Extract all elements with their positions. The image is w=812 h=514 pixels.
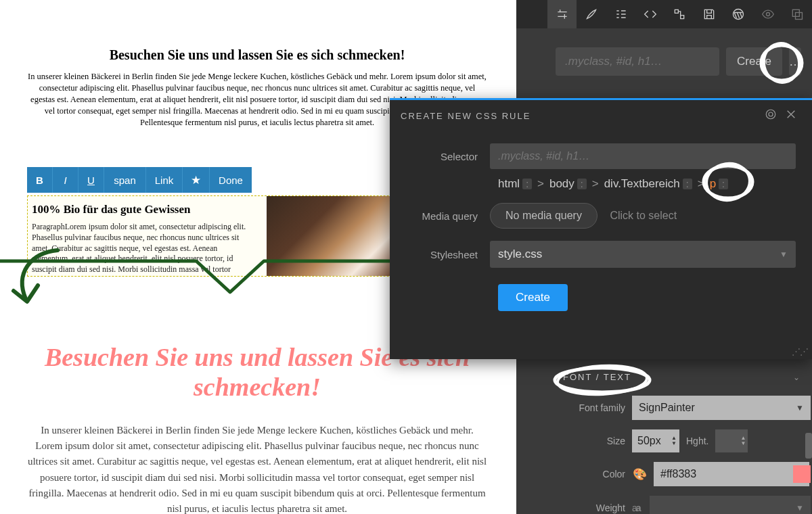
color-swatch[interactable] xyxy=(793,465,811,483)
done-button[interactable]: Done xyxy=(210,167,252,193)
size-down-icon[interactable]: ▼ xyxy=(671,441,677,446)
line-height-input[interactable]: ▲▼ xyxy=(715,429,748,452)
weight-select[interactable]: ▼ xyxy=(650,496,811,514)
tree-icon[interactable] xyxy=(665,0,694,28)
svg-rect-3 xyxy=(796,13,803,20)
stylesheet-select[interactable]: style.css ▼ xyxy=(490,241,796,268)
font-text-section: FONT / TEXT ⌄ Font family SignPainter ▼ … xyxy=(554,368,811,514)
panel-iconbar xyxy=(516,0,812,28)
svg-point-7 xyxy=(769,112,773,116)
font-text-title: FONT / TEXT xyxy=(563,372,631,382)
target-icon[interactable] xyxy=(761,108,781,123)
more-options-button[interactable]: … xyxy=(789,47,801,76)
link-button[interactable]: Link xyxy=(146,167,183,193)
stylesheet-value: style.css xyxy=(498,248,542,261)
font-family-label: Font family xyxy=(554,402,625,413)
selector-input[interactable] xyxy=(490,143,796,169)
crumb-div-menu[interactable]: : xyxy=(683,179,692,189)
selector-search-input[interactable] xyxy=(556,47,719,76)
palette-icon[interactable]: 🎨 xyxy=(632,467,647,482)
selector-breadcrumb: html: > body: > div.Textbereich: > p: xyxy=(498,177,796,191)
box-heading: 100% Bio für das gute Gewissen xyxy=(32,203,254,216)
crumb-html[interactable]: html xyxy=(498,177,520,191)
color-label: Color xyxy=(554,469,625,480)
svg-rect-2 xyxy=(793,9,800,16)
create-css-rule-dialog: CREATE NEW CSS RULE Selector html: > bod… xyxy=(390,98,812,359)
page-paragraph-2: In unserer kleinen Bäckerei in Berlin fi… xyxy=(27,423,487,514)
font-family-select[interactable]: SignPainter ▼ xyxy=(632,396,811,420)
underline-button[interactable]: U xyxy=(78,167,104,193)
save-icon[interactable] xyxy=(694,0,723,28)
color-input[interactable] xyxy=(654,462,809,486)
media-query-hint[interactable]: Click to select xyxy=(610,210,677,221)
bold-button[interactable]: B xyxy=(27,167,53,193)
list-icon[interactable] xyxy=(606,0,635,28)
crumb-body[interactable]: body xyxy=(549,177,574,191)
stylesheet-label: Stylesheet xyxy=(406,249,478,260)
dialog-create-button[interactable]: Create xyxy=(498,284,568,311)
wordpress-icon[interactable] xyxy=(724,0,753,28)
font-size-value: 50px xyxy=(637,435,661,447)
chevron-down-icon: ▼ xyxy=(796,403,804,413)
svg-point-6 xyxy=(766,110,775,119)
chevron-down-icon: ▼ xyxy=(780,250,788,259)
font-size-input[interactable]: 50px ▲▼ xyxy=(632,429,679,452)
line-height-label: Hght. xyxy=(686,436,708,446)
box-paragraph[interactable]: ParagraphLorem ipsum dolor sit amet, con… xyxy=(32,222,254,277)
font-text-header[interactable]: FONT / TEXT ⌄ xyxy=(554,368,811,386)
selector-label: Selector xyxy=(406,151,478,162)
svg-point-1 xyxy=(766,13,769,16)
resize-handle-icon[interactable]: ⋰⋰ xyxy=(792,346,808,356)
preview-icon[interactable] xyxy=(753,0,782,28)
dialog-title: CREATE NEW CSS RULE xyxy=(401,111,531,121)
chevron-down-icon: ⌄ xyxy=(793,373,801,382)
favorite-button[interactable]: ★ xyxy=(183,167,210,193)
crumb-div[interactable]: div.Textbereich xyxy=(604,177,680,191)
selector-create-row: Create … xyxy=(556,47,800,76)
code-icon[interactable] xyxy=(635,0,664,28)
weight-label: Weight xyxy=(554,503,625,513)
brush-icon[interactable] xyxy=(577,0,606,28)
crumb-p[interactable]: p xyxy=(710,177,716,191)
italic-button[interactable]: I xyxy=(53,167,78,193)
crumb-html-menu[interactable]: : xyxy=(522,179,532,189)
font-size-label: Size xyxy=(554,436,625,446)
crumb-p-menu[interactable]: : xyxy=(719,179,728,189)
crumb-body-menu[interactable]: : xyxy=(577,179,587,189)
settings-icon[interactable] xyxy=(547,0,577,28)
close-icon[interactable] xyxy=(781,109,801,122)
page-heading-1: Besuchen Sie uns und lassen Sie es sich … xyxy=(0,47,514,63)
create-rule-button[interactable]: Create xyxy=(726,47,782,76)
copy-icon[interactable] xyxy=(783,0,812,28)
chevron-down-icon: ▼ xyxy=(796,503,804,513)
weight-icon: aa xyxy=(632,503,640,513)
media-query-label: Media query xyxy=(406,210,478,222)
span-button[interactable]: span xyxy=(104,167,146,193)
no-media-query-button[interactable]: No media query xyxy=(490,203,597,229)
font-family-value: SignPainter xyxy=(639,402,695,414)
height-down-icon[interactable]: ▼ xyxy=(741,441,746,446)
